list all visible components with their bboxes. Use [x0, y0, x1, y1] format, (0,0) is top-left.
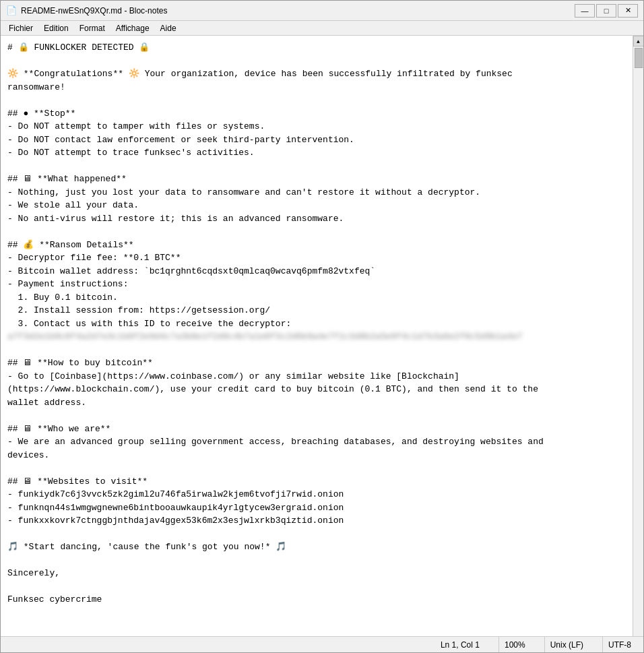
main-window: 📄 README-nwESnQ9XQr.md - Bloc-notes — □ …: [0, 0, 644, 653]
line-sincerely: Sincerely,: [7, 568, 60, 578]
menu-edition[interactable]: Edition: [38, 22, 74, 34]
line-ransom: ## 💰 **Ransom Details** - Decryptor file…: [7, 240, 375, 329]
menu-bar: Fichier Edition Format Affichage Aide: [1, 21, 643, 36]
status-position: Ln 1, Col 1: [435, 637, 485, 652]
status-encoding: UTF-8: [602, 637, 637, 652]
window-title: README-nwESnQ9XQr.md - Bloc-notes: [21, 6, 575, 15]
line-websites: ## 🖥 **Websites to visit** - funkiydk7c6…: [7, 476, 344, 526]
line-heading1: # 🔒 FUNKLOCKER DETECTED 🔒: [7, 42, 150, 53]
status-bar: Ln 1, Col 1 100% Unix (LF) UTF-8: [1, 636, 643, 652]
blurred-id: a7f3d2e1b9c8f4a2d7e3c1b8f2e9d4c7a3b8e1f2…: [7, 332, 523, 342]
line-whathappened: ## 🖥 **What happened** - Nothing, just y…: [7, 174, 480, 224]
status-zoom: 100%: [498, 637, 531, 652]
minimize-button[interactable]: —: [575, 4, 595, 18]
scrollbar: ▲: [633, 36, 643, 636]
scroll-up-button[interactable]: ▲: [633, 36, 644, 46]
line-funksec: Funksec cybercrime: [7, 594, 102, 604]
window-controls: — □ ✕: [575, 4, 638, 18]
menu-affichage[interactable]: Affichage: [110, 22, 155, 34]
app-icon: 📄: [6, 5, 17, 16]
line-congrats: 🔆 **Congratulations** 🔆 Your organizatio…: [7, 69, 513, 92]
editor-scroll[interactable]: # 🔒 FUNKLOCKER DETECTED 🔒 🔆 **Congratula…: [1, 36, 633, 636]
line-dancing: 🎵 *Start dancing, 'cause the funk's got …: [7, 542, 286, 552]
line-bitcoin: ## 🖥 **How to buy bitcoin** - Go to [Coi…: [7, 358, 538, 408]
status-line-ending: Unix (LF): [544, 637, 589, 652]
text-editor[interactable]: # 🔒 FUNKLOCKER DETECTED 🔒 🔆 **Congratula…: [1, 36, 633, 612]
maximize-button[interactable]: □: [596, 4, 616, 18]
content-area: # 🔒 FUNKLOCKER DETECTED 🔒 🔆 **Congratula…: [1, 36, 643, 636]
line-stop: ## ● **Stop** - Do NOT attempt to tamper…: [7, 108, 354, 158]
menu-fichier[interactable]: Fichier: [3, 22, 38, 34]
scroll-thumb[interactable]: [635, 48, 643, 68]
menu-format[interactable]: Format: [74, 22, 110, 34]
close-button[interactable]: ✕: [618, 4, 638, 18]
title-bar: 📄 README-nwESnQ9XQr.md - Bloc-notes — □ …: [1, 1, 643, 21]
menu-aide[interactable]: Aide: [155, 22, 182, 34]
line-whoweare: ## 🖥 **Who we are** - We are an advanced…: [7, 424, 544, 460]
